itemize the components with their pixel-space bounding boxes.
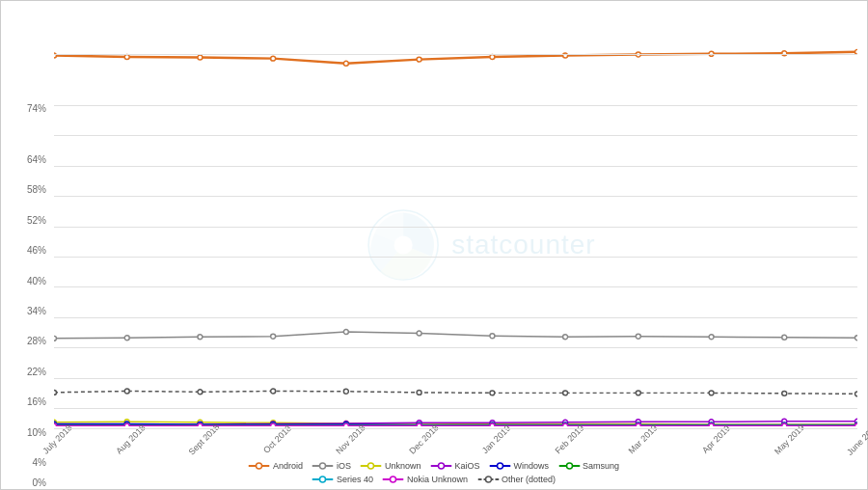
chart-container: 74%64%58%52%46%40%34%28%22%16%10%4%0% st… <box>0 0 868 490</box>
legend-item: Series 40 <box>312 475 373 484</box>
legend-label: iOS <box>337 461 351 471</box>
dot-other <box>198 390 203 395</box>
grid-line <box>54 408 857 409</box>
dot-nokiaunknown <box>709 423 714 426</box>
dot-nokiaunknown <box>782 423 787 426</box>
dot-other <box>709 391 714 395</box>
svg-point-3 <box>257 463 262 469</box>
dot-nokiaunknown <box>54 423 56 426</box>
dot-nokiaunknown <box>855 423 857 426</box>
dot-ios <box>563 335 568 340</box>
y-label: 46% <box>27 245 46 256</box>
y-label: 0% <box>33 477 46 488</box>
x-label: Sept 2018 <box>186 422 221 456</box>
x-label: June 2019 <box>845 422 868 457</box>
y-axis: 74%64%58%52%46%40%34%28%22%16%10%4%0% <box>1 44 51 426</box>
series-ios <box>54 332 857 339</box>
dot-ios <box>198 335 203 340</box>
dot-ios <box>782 335 787 340</box>
grid-line <box>54 286 857 287</box>
legend-label: Series 40 <box>337 475 373 484</box>
dot-other <box>343 389 348 394</box>
legend-item: Unknown <box>361 461 421 471</box>
svg-point-17 <box>391 476 396 482</box>
dot-ios <box>855 336 857 340</box>
legend-label: Nokia Unknown <box>407 475 468 484</box>
grid-line <box>54 378 857 379</box>
dot-ios <box>490 334 495 339</box>
svg-point-11 <box>498 463 503 469</box>
dot-ios <box>343 330 348 335</box>
dot-ios <box>271 334 276 339</box>
dot-other <box>563 391 568 395</box>
y-label: 34% <box>27 305 46 315</box>
svg-point-19 <box>485 476 491 482</box>
series-other <box>54 391 857 394</box>
y-label: 40% <box>27 275 46 286</box>
dot-nokiaunknown <box>490 423 495 426</box>
dot-other <box>54 390 56 395</box>
grid-line <box>54 428 857 429</box>
legend: AndroidiOSUnknownKaiOSWindowsSamsungSeri… <box>218 461 651 484</box>
dot-other <box>417 390 421 395</box>
y-label: 10% <box>27 426 46 437</box>
y-label: 16% <box>27 396 46 407</box>
dot-other <box>271 389 276 394</box>
dot-nokiaunknown <box>417 423 421 426</box>
grid-line <box>54 317 857 318</box>
y-label: 52% <box>27 214 46 225</box>
grid-line <box>54 347 857 348</box>
dot-other <box>124 389 129 394</box>
legend-item: KaiOS <box>431 461 480 471</box>
dot-android <box>271 56 276 61</box>
legend-item: Windows <box>490 461 550 471</box>
dot-other <box>855 392 857 396</box>
legend-label: Android <box>273 461 303 471</box>
legend-label: Windows <box>514 461 550 471</box>
dot-nokiaunknown <box>343 423 348 426</box>
y-label: 58% <box>27 184 46 195</box>
dot-ios <box>636 334 640 339</box>
svg-point-9 <box>439 463 445 469</box>
dot-android <box>417 57 421 62</box>
dot-android <box>198 55 203 60</box>
y-label: 22% <box>27 366 46 376</box>
dot-ios <box>124 336 129 340</box>
dot-nokiaunknown <box>198 423 203 426</box>
grid-line <box>54 257 857 258</box>
legend-item: iOS <box>312 461 351 471</box>
dot-other <box>636 391 640 395</box>
legend-item: Nokia Unknown <box>383 475 468 484</box>
dot-ios <box>709 335 714 340</box>
grid-line <box>54 135 857 136</box>
dot-nokiaunknown <box>636 423 640 426</box>
dot-ios <box>417 331 421 336</box>
grid-line <box>54 166 857 167</box>
dot-other <box>490 391 495 395</box>
y-label: 64% <box>27 153 46 164</box>
x-axis: July 2018Aug 2018Sept 2018Oct 2018Nov 20… <box>54 436 857 455</box>
svg-point-5 <box>320 463 326 469</box>
dot-ios <box>54 336 56 340</box>
dot-other <box>782 391 787 395</box>
legend-label: Samsung <box>583 461 619 471</box>
y-label: 74% <box>27 103 46 114</box>
legend-item: Samsung <box>558 461 619 471</box>
grid-line <box>54 105 857 106</box>
legend-label: Unknown <box>385 461 421 471</box>
svg-point-15 <box>320 476 326 482</box>
y-label: 4% <box>33 457 46 468</box>
y-label: 28% <box>27 336 46 346</box>
dot-nokiaunknown <box>563 423 568 426</box>
grid-line <box>54 227 857 228</box>
dot-nokiaunknown <box>124 423 129 426</box>
svg-point-7 <box>368 463 374 469</box>
legend-label: Other (dotted) <box>502 475 556 484</box>
legend-item: Other (dotted) <box>477 475 556 484</box>
legend-item: Android <box>249 461 303 471</box>
grid-line <box>54 196 857 197</box>
dot-nokiaunknown <box>271 423 276 426</box>
svg-point-13 <box>566 463 572 469</box>
grid-line <box>54 54 857 55</box>
dot-android <box>343 61 348 66</box>
